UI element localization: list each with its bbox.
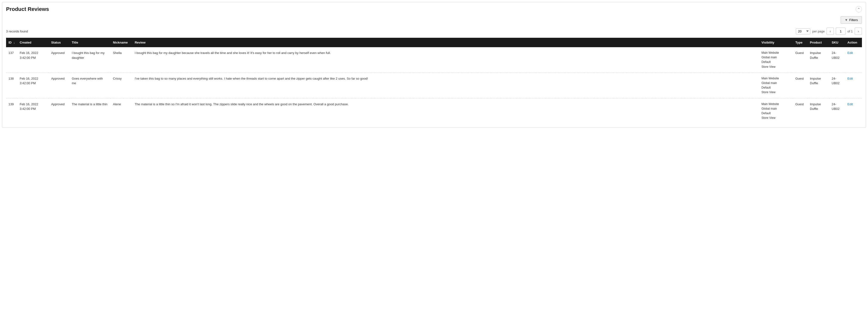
col-header-created: Created xyxy=(17,38,49,47)
per-page-label: per page xyxy=(812,30,825,33)
cell-type: Guest xyxy=(793,47,807,73)
cell-id: 138 xyxy=(6,73,17,98)
page-number-input[interactable] xyxy=(836,28,845,35)
col-header-visibility: Visibility xyxy=(759,38,793,47)
next-page-button[interactable]: › xyxy=(855,28,862,35)
table-row: 137 Feb 16, 20223:42:00 PM Approved I bo… xyxy=(6,47,862,73)
page-header: Product Reviews ⌃ xyxy=(6,6,862,12)
cell-created: Feb 16, 20223:42:00 PM xyxy=(17,73,49,98)
cell-title: I bought this bag for my daughter xyxy=(69,47,111,73)
cell-title: Goes everywhere with me xyxy=(69,73,111,98)
sort-indicator-id: ↓ xyxy=(13,41,15,44)
col-header-status: Status xyxy=(49,38,69,47)
cell-id: 137 xyxy=(6,47,17,73)
cell-product: Impulse Duffle xyxy=(807,98,829,124)
table-row: 139 Feb 16, 20223:42:00 PM Approved The … xyxy=(6,98,862,124)
col-header-review: Review xyxy=(132,38,759,47)
cell-sku: 24-UB02 xyxy=(829,98,845,124)
cell-action: Edit xyxy=(845,47,862,73)
toolbar: ▼ Filters xyxy=(6,16,862,24)
cell-product: Impulse Duffle xyxy=(807,73,829,98)
edit-link[interactable]: Edit xyxy=(847,102,853,106)
cell-sku: 24-UB02 xyxy=(829,47,845,73)
prev-page-button[interactable]: ‹ xyxy=(827,28,834,35)
cell-status: Approved xyxy=(49,73,69,98)
cell-action: Edit xyxy=(845,98,862,124)
cell-visibility: Main WebsiteGlobal mainDefaultStore View xyxy=(759,73,793,98)
table-header-row: ID ↓ Created Status Title Nickname Revie… xyxy=(6,38,862,47)
cell-review: I bought this bag for my daughter becaus… xyxy=(132,47,759,73)
page-container: Product Reviews ⌃ ▼ Filters 3 records fo… xyxy=(2,2,866,128)
cell-visibility: Main WebsiteGlobal mainDefaultStore View xyxy=(759,47,793,73)
cell-action: Edit xyxy=(845,73,862,98)
filters-button[interactable]: ▼ Filters xyxy=(841,16,862,24)
cell-status: Approved xyxy=(49,47,69,73)
cell-visibility: Main WebsiteGlobal mainDefaultStore View xyxy=(759,98,793,124)
cell-type: Guest xyxy=(793,98,807,124)
col-header-id[interactable]: ID ↓ xyxy=(6,38,17,47)
filter-icon: ▼ xyxy=(845,18,848,22)
pagination-controls: 20 10 30 50 100 200 per page ‹ of 1 › xyxy=(796,28,862,35)
cell-sku: 24-UB02 xyxy=(829,73,845,98)
cell-nickname: Shella xyxy=(111,47,132,73)
pagination-bar: 3 records found 20 10 30 50 100 200 per … xyxy=(6,28,862,35)
page-title: Product Reviews xyxy=(6,6,49,12)
cell-nickname: Crissy xyxy=(111,73,132,98)
cell-product: Impulse Duffle xyxy=(807,47,829,73)
records-count: 3 records found xyxy=(6,30,28,33)
edit-link[interactable]: Edit xyxy=(847,77,853,80)
col-header-title: Title xyxy=(69,38,111,47)
collapse-button[interactable]: ⌃ xyxy=(856,6,862,12)
col-header-sku: SKU xyxy=(829,38,845,47)
col-header-product: Product xyxy=(807,38,829,47)
col-header-type: Type xyxy=(793,38,807,47)
cell-created: Feb 16, 20223:42:00 PM xyxy=(17,98,49,124)
cell-id: 139 xyxy=(6,98,17,124)
col-header-nickname: Nickname xyxy=(111,38,132,47)
edit-link[interactable]: Edit xyxy=(847,51,853,55)
per-page-select[interactable]: 20 10 30 50 100 200 xyxy=(796,28,810,34)
cell-type: Guest xyxy=(793,73,807,98)
cell-review: The material is a little thin so I'm afr… xyxy=(132,98,759,124)
reviews-table: ID ↓ Created Status Title Nickname Revie… xyxy=(6,38,862,124)
of-label: of 1 xyxy=(847,30,853,33)
col-header-action: Action xyxy=(845,38,862,47)
cell-title: The material is a little thin xyxy=(69,98,111,124)
cell-status: Approved xyxy=(49,98,69,124)
cell-review: I've taken this bag to so many places an… xyxy=(132,73,759,98)
filters-label: Filters xyxy=(849,18,858,22)
table-row: 138 Feb 16, 20223:42:00 PM Approved Goes… xyxy=(6,73,862,98)
cell-nickname: Alene xyxy=(111,98,132,124)
cell-created: Feb 16, 20223:42:00 PM xyxy=(17,47,49,73)
